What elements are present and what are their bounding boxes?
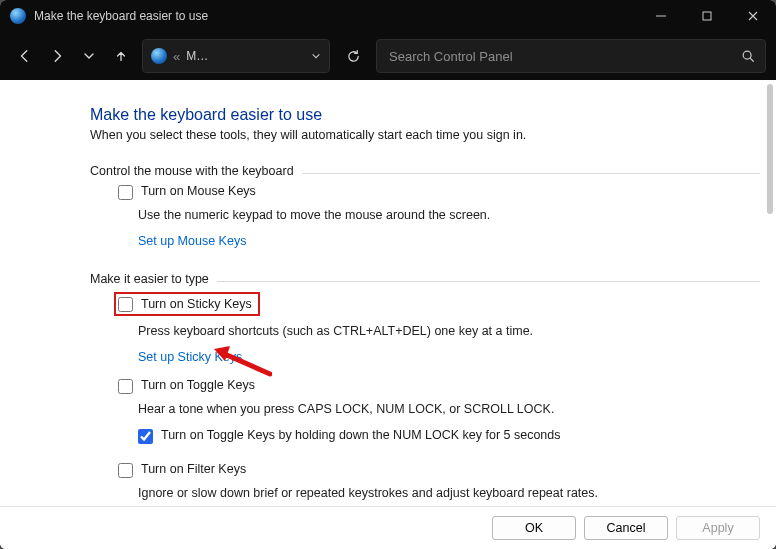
window-title: Make the keyboard easier to use: [34, 9, 630, 23]
filter-keys-label: Turn on Filter Keys: [141, 462, 246, 476]
chevron-down-icon[interactable]: [311, 51, 321, 61]
mouse-keys-checkbox[interactable]: [118, 185, 133, 200]
page-heading: Make the keyboard easier to use: [90, 106, 760, 124]
divider: [302, 173, 760, 174]
scrollbar-thumb[interactable]: [767, 84, 773, 214]
refresh-button[interactable]: [336, 40, 370, 72]
location-icon: [151, 48, 167, 64]
svg-rect-0: [703, 12, 711, 20]
ok-button[interactable]: OK: [492, 516, 576, 540]
sticky-keys-checkbox[interactable]: [118, 297, 133, 312]
filter-keys-desc: Ignore or slow down brief or repeated ke…: [90, 484, 760, 502]
window-controls: [638, 0, 776, 32]
set-up-sticky-keys-link[interactable]: Set up Sticky Keys: [138, 350, 242, 364]
toggle-keys-label: Turn on Toggle Keys: [141, 378, 255, 392]
recent-dropdown[interactable]: [74, 41, 104, 71]
crumb-text: M…: [186, 49, 305, 63]
toggle-hold-checkbox-row[interactable]: Turn on Toggle Keys by holding down the …: [90, 426, 760, 446]
filter-keys-checkbox[interactable]: [118, 463, 133, 478]
sticky-keys-highlight: Turn on Sticky Keys: [114, 292, 260, 316]
apply-button[interactable]: Apply: [676, 516, 760, 540]
group-mouse: Control the mouse with the keyboard Turn…: [90, 164, 760, 250]
dialog-footer: OK Cancel Apply: [0, 506, 776, 549]
toggle-keys-desc: Hear a tone when you press CAPS LOCK, NU…: [90, 400, 760, 418]
forward-button[interactable]: [42, 41, 72, 71]
toggle-keys-checkbox[interactable]: [118, 379, 133, 394]
search-icon: [741, 49, 755, 63]
divider: [217, 281, 760, 282]
page-content: Make the keyboard easier to use When you…: [0, 80, 776, 506]
app-icon: [10, 8, 26, 24]
sticky-keys-label: Turn on Sticky Keys: [141, 297, 252, 311]
group-mouse-label: Control the mouse with the keyboard: [90, 164, 294, 178]
cancel-button[interactable]: Cancel: [584, 516, 668, 540]
group-type: Make it easier to type Turn on Sticky Ke…: [90, 272, 760, 502]
mouse-keys-label: Turn on Mouse Keys: [141, 184, 256, 198]
sticky-keys-desc: Press keyboard shortcuts (such as CTRL+A…: [90, 322, 760, 340]
address-bar[interactable]: « M…: [142, 39, 330, 73]
up-button[interactable]: [106, 41, 136, 71]
mouse-keys-checkbox-row[interactable]: Turn on Mouse Keys: [90, 182, 760, 202]
crumb-sep: «: [173, 49, 180, 64]
group-type-label: Make it easier to type: [90, 272, 209, 286]
back-button[interactable]: [10, 41, 40, 71]
close-button[interactable]: [730, 0, 776, 32]
nav-toolbar: « M…: [0, 32, 776, 80]
search-box[interactable]: [376, 39, 766, 73]
toggle-hold-checkbox[interactable]: [138, 429, 153, 444]
page-subtext: When you select these tools, they will a…: [90, 128, 760, 142]
minimize-button[interactable]: [638, 0, 684, 32]
titlebar: Make the keyboard easier to use: [0, 0, 776, 32]
mouse-keys-desc: Use the numeric keypad to move the mouse…: [90, 206, 760, 224]
maximize-button[interactable]: [684, 0, 730, 32]
search-input[interactable]: [387, 48, 733, 65]
toggle-hold-label: Turn on Toggle Keys by holding down the …: [161, 428, 561, 442]
filter-keys-checkbox-row[interactable]: Turn on Filter Keys: [90, 460, 760, 480]
set-up-mouse-keys-link[interactable]: Set up Mouse Keys: [138, 234, 246, 248]
toggle-keys-checkbox-row[interactable]: Turn on Toggle Keys: [90, 376, 760, 396]
